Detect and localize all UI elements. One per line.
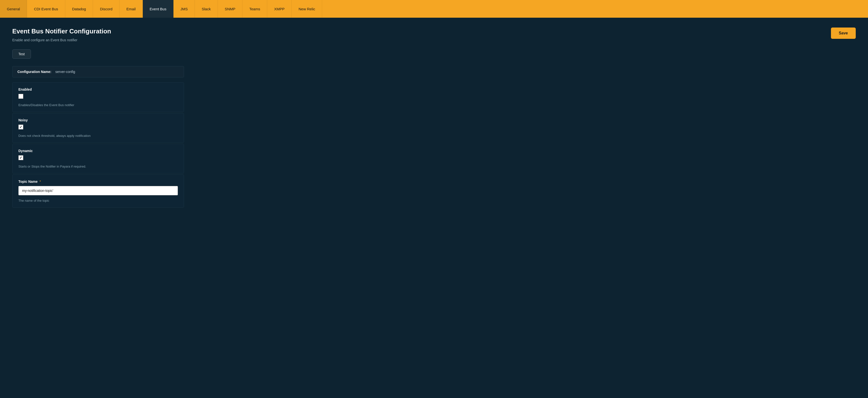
dynamic-label: Dynamic <box>19 149 33 153</box>
enabled-label: Enabled <box>19 87 32 91</box>
tab-xmpp[interactable]: XMPP <box>267 0 292 18</box>
noisy-checkbox[interactable] <box>19 124 23 130</box>
save-button[interactable]: Save <box>831 28 856 39</box>
dynamic-checkbox[interactable] <box>19 155 23 160</box>
config-name-label: Configuration Name: <box>18 70 51 74</box>
noisy-checkbox-wrapper <box>19 124 178 130</box>
enabled-checkbox-wrapper <box>19 94 178 99</box>
topic-name-required-star: * <box>39 179 41 183</box>
dynamic-field-header: Dynamic <box>19 149 178 153</box>
enabled-checkbox[interactable] <box>19 94 23 99</box>
topic-name-input[interactable] <box>19 186 178 195</box>
topic-name-label: Topic Name <box>19 179 37 183</box>
config-name-value: server-config <box>55 70 75 74</box>
topic-name-section: Topic Name * The name of the topic <box>12 174 184 207</box>
topic-name-field-header: Topic Name * <box>19 179 178 183</box>
dynamic-section: Dynamic Starts or Stops the Notifier in … <box>12 144 184 173</box>
tab-event-bus[interactable]: Event Bus <box>143 0 174 18</box>
tab-jms[interactable]: JMS <box>174 0 195 18</box>
tab-new-relic[interactable]: New Relic <box>292 0 322 18</box>
noisy-label: Noisy <box>19 118 28 122</box>
tab-email[interactable]: Email <box>120 0 143 18</box>
tab-snmp[interactable]: SNMP <box>218 0 242 18</box>
test-button[interactable]: Test <box>12 49 31 59</box>
tab-cdi-event-bus[interactable]: CDI Event Bus <box>27 0 65 18</box>
enabled-section: Enabled Enables/Disables the Event Bus n… <box>12 82 184 112</box>
noisy-field-header: Noisy <box>19 118 178 122</box>
tab-discord[interactable]: Discord <box>93 0 120 18</box>
enabled-field-header: Enabled <box>19 87 178 91</box>
tab-datadog[interactable]: Datadog <box>65 0 93 18</box>
noisy-section: Noisy Does not check threshold, always a… <box>12 113 184 143</box>
page-title: Event Bus Notifier Configuration <box>12 28 856 35</box>
tab-teams[interactable]: Teams <box>242 0 267 18</box>
tab-bar: GeneralCDI Event BusDatadogDiscordEmailE… <box>0 0 868 18</box>
tab-general[interactable]: General <box>0 0 27 18</box>
main-content: Save Event Bus Notifier Configuration En… <box>0 18 868 219</box>
enabled-description: Enables/Disables the Event Bus notifier <box>19 103 178 107</box>
dynamic-checkbox-wrapper <box>19 155 178 160</box>
tab-slack[interactable]: Slack <box>195 0 218 18</box>
page-subtitle: Enable and configure an Event Bus notifi… <box>12 38 856 42</box>
config-name-row: Configuration Name: server-config <box>12 66 184 77</box>
dynamic-description: Starts or Stops the Notifier in Payara i… <box>19 165 178 168</box>
topic-name-description: The name of the topic <box>19 199 178 202</box>
noisy-description: Does not check threshold, always apply n… <box>19 134 178 138</box>
